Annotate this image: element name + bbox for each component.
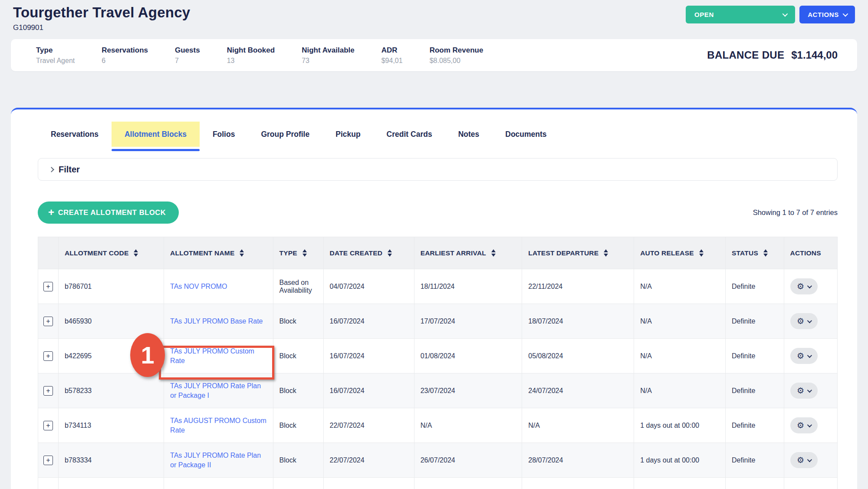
- cell-latest-departure: 24/07/2024: [522, 373, 634, 408]
- summary-card: TypeTravel AgentReservations6Guests7Nigh…: [11, 39, 857, 71]
- status-open-dropdown[interactable]: OPEN: [686, 6, 795, 23]
- stat-item: ADR$94,01: [381, 46, 403, 65]
- allotment-name-link[interactable]: TAs JULY PROMO Base Rate: [170, 317, 263, 325]
- actions-dropdown-button[interactable]: ACTIONS: [799, 6, 855, 23]
- tabs: ReservationsAllotment BlocksFoliosGroup …: [38, 109, 838, 147]
- table-toolbar: + CREATE ALLOTMENT BLOCK Showing 1 to 7 …: [38, 202, 838, 224]
- table-row: +b578233TAs JULY PROMO Rate Plan or Pack…: [38, 373, 838, 408]
- stat-label: ADR: [381, 46, 403, 55]
- sort-icon[interactable]: [302, 249, 307, 257]
- stat-label: Room Revenue: [430, 46, 483, 55]
- cell-date-created: 22/07/2024: [323, 443, 414, 478]
- sort-icon[interactable]: [604, 249, 608, 257]
- tab-pickup[interactable]: Pickup: [322, 122, 373, 147]
- cell-status: Definite: [726, 408, 784, 443]
- expand-row-button[interactable]: +: [43, 282, 53, 291]
- stat-value: $94,01: [381, 57, 403, 65]
- create-allotment-block-label: CREATE ALLOTMENT BLOCK: [58, 208, 166, 217]
- tab-documents[interactable]: Documents: [492, 122, 559, 147]
- allotment-name-link[interactable]: TAs AUGUST PROMO Custom Rate: [170, 417, 266, 434]
- tab-allotment-blocks[interactable]: Allotment Blocks: [112, 122, 200, 147]
- expand-row-button[interactable]: +: [43, 386, 53, 396]
- sort-icon[interactable]: [763, 249, 768, 257]
- balance-due: BALANCE DUE $1.144,00: [707, 49, 838, 61]
- filter-toggle[interactable]: Filter: [38, 158, 838, 181]
- cell-empty: [726, 478, 784, 489]
- tab-notes[interactable]: Notes: [445, 122, 493, 147]
- row-actions-button[interactable]: ⚙: [790, 417, 818, 433]
- cell-actions: ⚙: [784, 304, 837, 339]
- chevron-down-icon: [807, 318, 812, 323]
- sort-asc-triangle: [763, 249, 768, 252]
- actions-label: ACTIONS: [808, 11, 839, 18]
- cell-type: Block: [273, 443, 323, 478]
- annotation-step-badge: 1: [130, 333, 165, 377]
- cell-auto-release: 1 days out at 00:00: [634, 443, 726, 478]
- column-header-allotment-code: ALLOTMENT CODE: [58, 237, 164, 269]
- sort-icon[interactable]: [491, 249, 496, 257]
- expand-row-button[interactable]: +: [43, 456, 53, 465]
- column-header-auto-release: AUTO RELEASE: [634, 237, 726, 269]
- chevron-down-icon: [807, 283, 812, 288]
- gear-icon: ⚙: [797, 317, 804, 325]
- expand-row-button[interactable]: +: [43, 317, 53, 326]
- column-header-inner: ALLOTMENT CODE: [65, 249, 160, 257]
- stat-label: Type: [36, 46, 75, 55]
- row-actions-button[interactable]: ⚙: [790, 383, 818, 399]
- row-actions-button[interactable]: ⚙: [790, 348, 818, 364]
- stat-label: Guests: [175, 46, 200, 55]
- sort-icon[interactable]: [240, 249, 244, 257]
- stat-value: Travel Agent: [36, 57, 75, 65]
- cell-empty: [273, 478, 323, 489]
- cell-status: Definite: [726, 373, 784, 408]
- row-actions-button[interactable]: ⚙: [790, 313, 818, 329]
- cell-empty: [634, 478, 726, 489]
- column-header-latest-departure: LATEST DEPARTURE: [522, 237, 634, 269]
- cell-latest-departure: 05/08/2024: [522, 339, 634, 373]
- cell-type: Based on Availability: [273, 269, 323, 304]
- sort-desc-triangle: [134, 254, 138, 257]
- tab-credit-cards[interactable]: Credit Cards: [374, 122, 445, 147]
- cell-auto-release: N/A: [634, 373, 726, 408]
- column-header-inner: ALLOTMENT NAME: [170, 249, 269, 257]
- cell-latest-departure: N/A: [522, 408, 634, 443]
- chevron-down-icon: [807, 387, 812, 392]
- column-header-inner: EARLIEST ARRIVAL: [421, 249, 519, 257]
- tab-folios[interactable]: Folios: [200, 122, 248, 147]
- tab-reservations[interactable]: Reservations: [38, 122, 112, 147]
- column-header-type: TYPE: [273, 237, 323, 269]
- create-allotment-block-button[interactable]: + CREATE ALLOTMENT BLOCK: [38, 202, 179, 224]
- expand-row-button[interactable]: +: [43, 421, 53, 430]
- allotment-name-link[interactable]: TAs JULY PROMO Rate Plan or Package I: [170, 382, 261, 399]
- sort-icon[interactable]: [134, 249, 138, 257]
- page-header: Tourgether Travel Agency G109901 OPEN AC…: [0, 0, 868, 32]
- cell-earliest-arrival: N/A: [414, 408, 522, 443]
- sort-icon[interactable]: [699, 249, 704, 257]
- column-header-inner: AUTO RELEASE: [640, 249, 722, 257]
- cell-date-created: 22/07/2024: [323, 408, 414, 443]
- sort-desc-triangle: [604, 254, 608, 257]
- allotment-name-link[interactable]: TAs JULY PROMO Rate Plan or Package II: [170, 452, 261, 469]
- cell-earliest-arrival: 17/07/2024: [414, 304, 522, 339]
- stat-value: 6: [102, 57, 148, 65]
- gear-icon: ⚙: [797, 387, 804, 395]
- cell-allotment-code: b734113: [58, 408, 164, 443]
- sort-icon[interactable]: [388, 249, 392, 257]
- cell-allotment-name: TAs AUGUST PROMO Custom Rate: [164, 408, 273, 443]
- stat-value: 13: [227, 57, 275, 65]
- stat-label: Reservations: [102, 46, 148, 55]
- cell-date-created: 16/07/2024: [323, 304, 414, 339]
- row-actions-button[interactable]: ⚙: [790, 452, 818, 468]
- cell-status: Definite: [726, 304, 784, 339]
- row-actions-button[interactable]: ⚙: [790, 278, 818, 294]
- allotment-name-link[interactable]: TAs NOV PROMO: [170, 283, 227, 290]
- status-open-label: OPEN: [694, 11, 714, 18]
- chevron-right-icon: [49, 167, 54, 172]
- cell-latest-departure: 18/07/2024: [522, 304, 634, 339]
- sort-asc-triangle: [699, 249, 704, 252]
- tab-group-profile[interactable]: Group Profile: [248, 122, 322, 147]
- sort-desc-triangle: [240, 254, 244, 257]
- balance-due-label: BALANCE DUE: [707, 49, 784, 61]
- gear-icon: ⚙: [797, 352, 804, 360]
- expand-row-button[interactable]: +: [43, 351, 53, 361]
